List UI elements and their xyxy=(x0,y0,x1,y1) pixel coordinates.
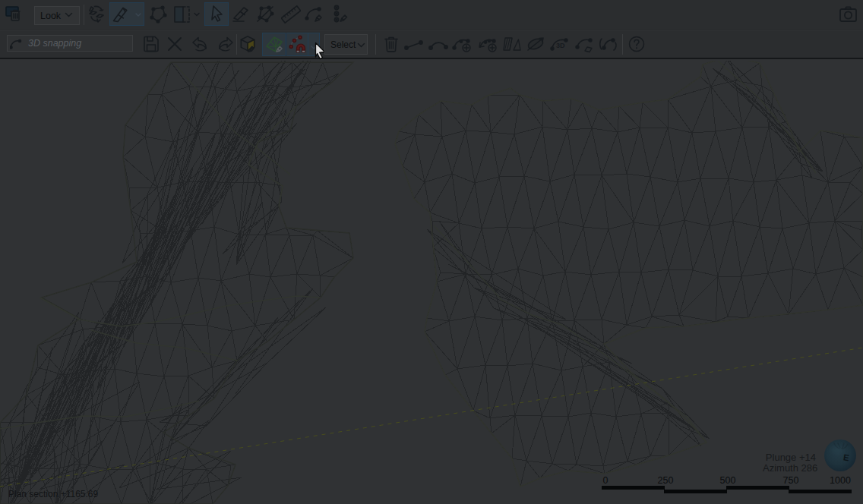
svg-text:3D: 3D xyxy=(556,42,565,49)
